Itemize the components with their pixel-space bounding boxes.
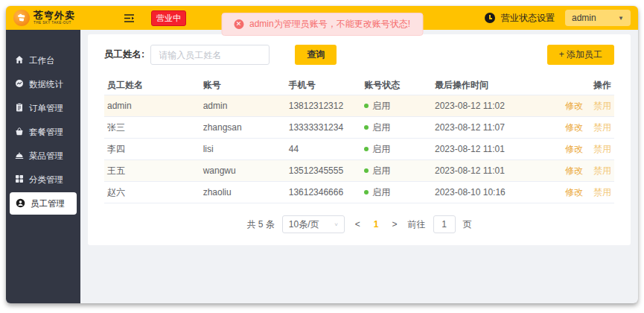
employee-name: 王五 [107,165,203,177]
employee-phone: 13612346666 [289,187,365,197]
last-operation-time: 2023-08-12 11:01 [435,165,541,176]
edit-link[interactable]: 修改 [565,144,583,154]
sidebar: 工作台 数据统计 订单管理 套餐管理 菜品管理 分类管理 [6,30,80,303]
search-label: 员工姓名: [104,48,144,61]
sidebar-item-label: 订单管理 [29,103,63,114]
query-button[interactable]: 查询 [295,45,337,65]
clock-icon [485,13,495,23]
table-row: 张三 zhangsan 13333331234 启用 2023-08-12 11… [104,117,614,139]
status-badge: 启用 [364,186,435,199]
edit-link[interactable]: 修改 [565,101,583,111]
disable-link[interactable]: 禁用 [593,187,611,197]
disable-link[interactable]: 禁用 [593,122,611,133]
prev-page-button[interactable]: < [352,219,363,230]
sidebar-item-dishes[interactable]: 菜品管理 [6,145,80,167]
main-content: 员工姓名: 查询 + 添加员工 员工姓名 账号 手机号 账号状态 最后操作时间 … [80,30,638,303]
sidebar-item-workbench[interactable]: 工作台 [6,49,80,72]
logo-subtitle: THE SKY TAKE-OUT [34,22,75,25]
chevron-down-icon: ˅ [334,221,338,228]
edit-link[interactable]: 修改 [565,187,583,197]
sidebar-item-label: 员工管理 [31,198,65,209]
status-dot-icon [364,147,369,151]
goto-label: 前往 [408,218,426,231]
sidebar-item-label: 分类管理 [29,174,63,186]
page-size-select[interactable]: 10条/页 ˅ [282,215,345,233]
status-badge: 启用 [364,143,435,156]
employee-account: admin [203,101,289,111]
status-badge: 启用 [364,165,435,177]
disable-link[interactable]: 禁用 [593,144,611,154]
employee-name: admin [107,101,203,111]
combo-icon [15,127,24,137]
pagination: 共 5 条 10条/页 ˅ < 1 > 前往 页 [104,215,614,233]
table-row: 王五 wangwu 13512345555 启用 2023-08-12 11:0… [104,160,614,182]
col-time: 最后操作时间 [435,79,541,92]
status-dot-icon [364,125,369,130]
logo-text: 苍穹外卖 THE SKY TAKE-OUT [34,10,75,25]
employee-account: zhangsan [203,122,289,133]
page-unit-label: 页 [463,218,472,231]
chevron-down-icon: ▼ [618,15,624,22]
logo-title: 苍穹外卖 [34,10,75,20]
add-employee-button[interactable]: + 添加员工 [547,45,614,65]
sidebar-item-label: 套餐管理 [29,127,63,138]
disable-link[interactable]: 禁用 [593,101,611,111]
employee-phone: 13812312312 [289,101,365,111]
sidebar-item-label: 菜品管理 [29,151,63,162]
sidebar-item-orders[interactable]: 订单管理 [6,97,80,119]
employee-account: lisi [203,144,289,154]
dish-icon [15,151,24,161]
edit-link[interactable]: 修改 [565,165,583,176]
header-right: 营业状态设置 admin ▼ [485,10,631,26]
sidebar-item-employees[interactable]: 员工管理 [10,192,77,215]
edit-link[interactable]: 修改 [565,122,583,133]
top-header: 苍穹外卖 THE SKY TAKE-OUT 营业中 营业状态设置 admin ▼… [6,6,638,30]
employee-account: wangwu [203,165,289,176]
table-row: 赵六 zhaoliu 13612346666 启用 2023-08-10 10:… [104,182,614,203]
app-logo: 苍穹外卖 THE SKY TAKE-OUT [13,10,110,26]
employee-name: 张三 [107,121,203,134]
table-header-row: 员工姓名 账号 手机号 账号状态 最后操作时间 操作 [104,75,614,95]
order-icon [15,103,24,113]
user-dropdown[interactable]: admin ▼ [565,10,631,26]
status-dot-icon [364,168,369,173]
sidebar-item-categories[interactable]: 分类管理 [6,168,80,191]
disable-link[interactable]: 禁用 [593,165,611,176]
sidebar-item-label: 数据统计 [29,79,63,90]
sidebar-item-combos[interactable]: 套餐管理 [6,121,80,143]
table-row: 李四 lisi 44 启用 2023-08-12 11:01 修改禁用 [104,139,614,160]
employee-phone: 44 [289,144,365,154]
next-page-button[interactable]: > [389,219,401,230]
home-icon [15,55,24,66]
user-name: admin [572,13,596,23]
stats-icon [15,79,24,89]
pagination-total: 共 5 条 [246,218,274,231]
col-name: 员工姓名 [107,79,203,92]
status-dot-icon [364,190,369,195]
last-operation-time: 2023-08-12 11:07 [435,122,541,133]
error-toast: ✕ admin为管理员账号，不能更改账号状态! [221,13,423,36]
employee-phone: 13512345555 [289,165,365,176]
employee-account: zhaoliu [203,187,289,197]
last-operation-time: 2023-08-12 11:02 [435,101,541,111]
employee-icon [16,198,25,209]
employee-table: 员工姓名 账号 手机号 账号状态 最后操作时间 操作 admin admin 1… [104,75,614,203]
goto-page-input[interactable] [433,215,456,233]
status-badge: 启用 [364,100,435,113]
business-status-settings[interactable]: 营业状态设置 [501,12,555,25]
business-status-badge: 营业中 [151,10,186,26]
employee-name-input[interactable] [150,45,270,65]
sidebar-collapse-icon[interactable] [124,13,135,23]
page-number-1[interactable]: 1 [371,219,382,230]
sidebar-item-label: 工作台 [29,55,55,66]
last-operation-time: 2023-08-12 11:01 [435,144,541,154]
table-row: admin admin 13812312312 启用 2023-08-12 11… [104,95,614,117]
employee-name: 李四 [107,143,203,156]
employee-name: 赵六 [107,186,203,199]
last-operation-time: 2023-08-10 10:16 [435,187,541,197]
error-circle-icon: ✕ [234,19,243,29]
status-badge: 启用 [364,121,435,134]
error-toast-message: admin为管理员账号，不能更改账号状态! [249,18,410,31]
search-row: 员工姓名: 查询 + 添加员工 [104,45,614,65]
sidebar-item-statistics[interactable]: 数据统计 [6,73,80,95]
